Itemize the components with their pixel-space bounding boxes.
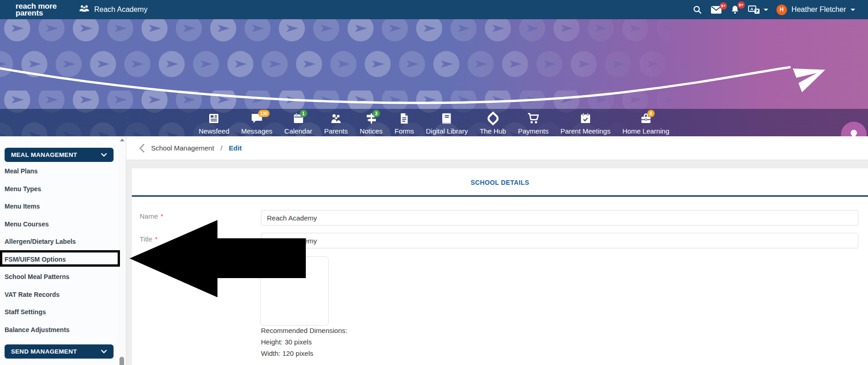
panel-title-underline [132,195,868,197]
payments-cart-icon [526,112,540,127]
name-field-label: Name* [140,212,163,220]
paper-plane-icon [793,58,830,92]
top-bar: reach more parents Reach Academy 9+ [0,0,868,19]
sidebar: MEAL MANAGEMENT Meal Plans Menu Types Me… [0,136,118,365]
notices-count-badge: 3 [373,110,380,117]
search-icon[interactable] [693,5,702,15]
school-group-icon [79,5,90,15]
nav-item-parent-meetings[interactable]: Parent Meetings [560,112,610,135]
sidebar-item-menu-types[interactable]: Menu Types [0,180,118,198]
logo-image-placeholder[interactable] [260,256,329,326]
required-asterisk: * [161,213,163,220]
sidebar-item-vat-rate-records[interactable]: VAT Rate Records [0,286,118,304]
nav-item-notices[interactable]: 3 Notices [360,112,383,135]
sidebar-item-meal-plans[interactable]: Meal Plans [0,162,118,180]
scroll-up-arrow-icon[interactable] [120,139,125,141]
sidebar-item-balance-adjustments[interactable]: Balance Adjustments [0,321,118,339]
brand-logo[interactable]: reach more parents [16,3,57,16]
hero-banner: Newsfeed 130 Messages 1 Calendar [0,19,868,136]
sidebar-item-staff-settings[interactable]: Staff Settings [0,303,118,321]
panel-title: SCHOOL DETAILS [132,168,868,186]
main-content: School Management / Edit SCHOOL DETAILS … [126,136,868,365]
breadcrumb-separator: / [221,144,222,152]
sidebar-menu: Meal Plans Menu Types Menu Items Menu Co… [0,162,118,338]
newsfeed-icon [207,112,221,127]
nav-item-home-learning[interactable]: 8 Home Learning [622,112,669,135]
recommended-dimensions-text: Recommended Dimensions: Height: 30 pixel… [261,325,347,359]
messages-envelope-icon[interactable]: 9+ [711,5,722,14]
nav-item-newsfeed[interactable]: Newsfeed [199,112,229,135]
messages-badge: 9+ [720,2,727,10]
notifications-bell-icon[interactable]: 9+ [730,5,740,15]
title-input[interactable] [261,233,858,248]
breadcrumb: School Management / Edit [126,136,868,160]
school-selector[interactable]: Reach Academy [79,5,148,15]
language-translate-icon[interactable]: A [748,5,768,15]
svg-text:A: A [750,6,754,11]
required-asterisk: * [155,236,157,243]
title-field-label: Title* [140,235,157,243]
nav-item-payments[interactable]: Payments [518,112,548,135]
nav-item-messages[interactable]: 130 Messages [241,112,272,135]
nav-item-digital-library[interactable]: Digital Library [426,112,468,135]
user-name: Heather Fletcher [792,5,846,14]
nav-item-the-hub[interactable]: The Hub [480,112,506,135]
calendar-count-badge: 1 [300,110,307,117]
nav-item-parents[interactable]: Parents [324,112,348,135]
school-name: Reach Academy [94,5,148,14]
back-chevron-icon[interactable] [139,144,145,153]
the-hub-icon [486,112,500,127]
sidebar-item-menu-items[interactable]: Menu Items [0,198,118,215]
sidebar-item-allergen-dietary-labels[interactable]: Allergen/Dietary Labels [0,233,118,251]
brand-logo-line2: parents [16,10,57,16]
scrollbar-thumb[interactable] [119,357,124,365]
messages-count-badge: 130 [258,110,270,117]
avatar: H [776,5,787,15]
sidebar-section-send-management[interactable]: SEND MANAGEMENT [5,344,114,359]
sidebar-section-meal-management[interactable]: MEAL MANAGEMENT [5,148,114,162]
lightbulb-icon [848,129,860,136]
breadcrumb-current: Edit [229,144,242,152]
home-learning-count-badge: 8 [647,110,655,117]
parents-icon [329,112,343,127]
school-details-panel: SCHOOL DETAILS Name* Title* Recommended … [132,168,868,365]
notifications-badge: 9+ [738,1,745,9]
sidebar-item-fsm-uifsm-options[interactable]: FSM/UIFSM Options [0,251,118,268]
chevron-down-icon [101,349,107,354]
language-caret-icon [764,9,768,11]
breadcrumb-parent[interactable]: School Management [151,144,214,152]
forms-icon [397,112,411,127]
chevron-down-icon [101,153,107,157]
user-menu[interactable]: H Heather Fletcher [776,5,855,15]
parent-meetings-icon [579,112,592,127]
name-input[interactable] [261,210,858,225]
sidebar-item-menu-courses[interactable]: Menu Courses [0,215,118,233]
nav-item-calendar[interactable]: 1 Calendar [284,112,312,135]
sidebar-scrollbar[interactable] [118,136,126,365]
sidebar-item-school-meal-patterns[interactable]: School Meal Patterns [0,268,118,286]
nav-item-forms[interactable]: Forms [395,112,414,135]
module-nav-strip: Newsfeed 130 Messages 1 Calendar [0,109,868,136]
user-menu-caret-icon [851,9,855,11]
digital-library-icon [440,112,454,127]
